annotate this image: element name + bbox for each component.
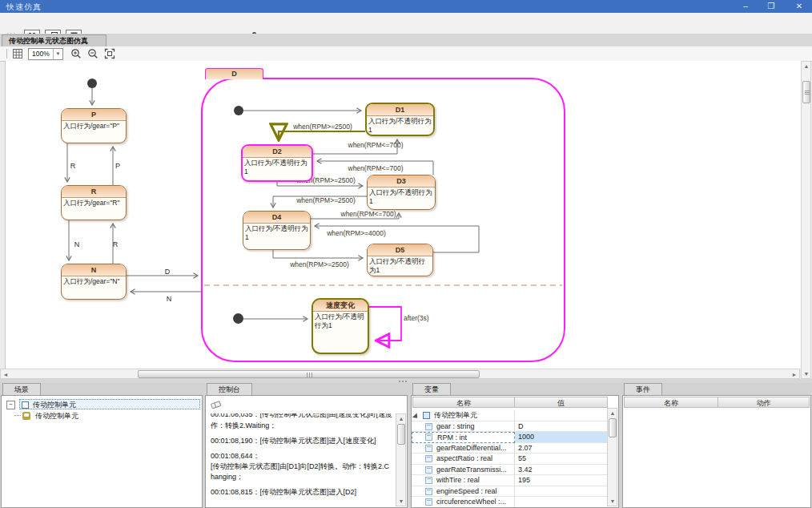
scene-panel: 场景 − 传动控制单元 传动控制单元 bbox=[1, 383, 203, 508]
scene-tree: − 传动控制单元 传动控制单元 bbox=[1, 395, 203, 508]
grid-icon bbox=[12, 53, 23, 61]
state-d-tab[interactable]: D bbox=[205, 68, 263, 79]
window-title: 快速仿真 bbox=[6, 2, 42, 13]
variable-group-row[interactable]: 传动控制单元 bbox=[412, 410, 608, 421]
main-toolbar: 动画速度 bbox=[0, 13, 812, 34]
vertical-scrollbar[interactable]: ▲ ▼ bbox=[801, 61, 811, 379]
clear-console-button[interactable] bbox=[210, 400, 222, 411]
tab-scene[interactable]: 场景 bbox=[2, 383, 41, 396]
scroll-up-icon[interactable]: ▲ bbox=[608, 409, 617, 417]
zoom-out-icon bbox=[87, 53, 98, 61]
transition-label: N bbox=[74, 240, 80, 248]
initial-state-dot bbox=[87, 79, 97, 88]
simulation-window: 快速仿真 – ❐ ✕ 动画速度 传动 bbox=[0, 0, 812, 508]
scroll-up-icon[interactable]: ▲ bbox=[396, 414, 406, 423]
firing-transition-self-loop bbox=[369, 307, 401, 341]
maximize-button[interactable]: ❐ bbox=[761, 0, 782, 13]
state-d5[interactable]: D5 入口行为/不透明行为1 bbox=[367, 244, 433, 276]
tab-state-diagram-simulation[interactable]: 传动控制单元状态图仿真 bbox=[2, 34, 107, 47]
state-r[interactable]: R 入口行为/gear="R" bbox=[61, 185, 127, 220]
transition-guard-label: when(RPM<=700) bbox=[340, 210, 396, 218]
scroll-down-icon[interactable]: ▼ bbox=[396, 497, 406, 506]
scene-child-label: 传动控制单元 bbox=[35, 411, 78, 421]
console-line: 00:01:08,644： bbox=[211, 451, 392, 462]
transition-label: P bbox=[115, 162, 120, 170]
transition-label: N bbox=[167, 295, 172, 303]
variable-row[interactable]: engineSpeed : real bbox=[412, 486, 608, 498]
scene-tree-child-row[interactable]: 传动控制单元 bbox=[5, 411, 200, 422]
zoom-level-select[interactable]: 100% ▼ bbox=[28, 48, 63, 60]
variable-row[interactable]: aspectRatio : real 55 bbox=[412, 454, 608, 465]
transition-guard-label: when(RPM>=4000) bbox=[326, 229, 386, 237]
variable-row-gear[interactable]: gear : string D bbox=[412, 421, 608, 433]
console-body: 00:01:08,035：[传动控制单元状态图]由[速度变化]向[速度变化]转换… bbox=[205, 395, 408, 508]
state-diagram-icon bbox=[22, 412, 30, 420]
tab-variables[interactable]: 变量 bbox=[412, 383, 451, 396]
initial-state-dot bbox=[234, 106, 243, 115]
console-line-clipped: 00:01:08,035：[传动控制单元状态图]由[速度变化]向[速度变化]转换… bbox=[211, 413, 392, 421]
variables-scrollbar[interactable]: ▲ ▼ bbox=[607, 408, 617, 506]
toolbar-separator bbox=[6, 49, 7, 58]
console-scrollbar[interactable]: ▲ ▼ bbox=[396, 413, 406, 506]
document-tab-strip: 传动控制单元状态图仿真 bbox=[0, 34, 812, 47]
state-d3[interactable]: D3 入口行为/不透明行为1 bbox=[367, 175, 436, 210]
state-d4[interactable]: D4 入口行为/不透明行为1 bbox=[243, 211, 311, 250]
canvas-toolbar: 100% ▼ bbox=[0, 46, 812, 62]
grid-toggle-button[interactable] bbox=[12, 48, 23, 61]
console-line: 00:01:08,190：[传动控制单元状态图]进入[速度变化] bbox=[211, 436, 392, 446]
zoom-out-button[interactable] bbox=[87, 48, 98, 61]
fit-to-window-button[interactable] bbox=[104, 48, 115, 61]
variable-group-label: 传动控制单元 bbox=[412, 410, 515, 421]
tab-console[interactable]: 控制台 bbox=[207, 383, 252, 396]
transition-guard-label: after(3s) bbox=[404, 314, 429, 322]
events-table: 名称 动作 bbox=[622, 395, 811, 508]
fit-screen-icon bbox=[104, 53, 115, 61]
tab-events[interactable]: 事件 bbox=[624, 383, 662, 396]
scene-root-selection[interactable]: 传动控制单元 bbox=[19, 399, 200, 409]
scroll-down-icon[interactable]: ▼ bbox=[608, 497, 617, 506]
variable-row[interactable]: circuferenceWheel :... bbox=[412, 497, 608, 508]
variable-row[interactable]: withTire : real 195 bbox=[412, 475, 608, 486]
variable-row-rpm[interactable]: RPM : int 1000 bbox=[412, 432, 608, 443]
variable-row[interactable]: gearRateDifferential... 2.07 bbox=[412, 443, 608, 454]
transition-label: D bbox=[165, 268, 171, 276]
tree-collapse-icon[interactable]: − bbox=[6, 401, 15, 409]
title-bar: 快速仿真 – ❐ ✕ bbox=[0, 0, 812, 13]
scroll-up-icon[interactable]: ▲ bbox=[802, 62, 811, 71]
state-speed-change[interactable]: 速度变化 入口行为/不透明行为1 bbox=[312, 298, 369, 354]
scene-tree-root-row[interactable]: − 传动控制单元 bbox=[5, 399, 200, 410]
zoom-in-icon bbox=[70, 53, 82, 61]
column-header-name[interactable]: 名称 bbox=[624, 397, 718, 408]
minimize-button[interactable]: – bbox=[735, 0, 756, 13]
transition-guard-label: when(RPM>=2500) bbox=[292, 123, 352, 131]
horizontal-scrollbar-thumb[interactable] bbox=[138, 370, 480, 378]
diagram-canvas[interactable]: D bbox=[5, 61, 801, 369]
console-scrollbar-thumb[interactable] bbox=[397, 424, 405, 445]
scroll-down-icon[interactable]: ▼ bbox=[802, 369, 811, 378]
scroll-right-icon[interactable]: ► bbox=[790, 370, 799, 379]
column-header-action[interactable]: 动作 bbox=[718, 397, 810, 408]
console-log[interactable]: 00:01:08,035：[传动控制单元状态图]由[速度变化]向[速度变化]转换… bbox=[211, 413, 392, 506]
console-line: [传动控制单元状态图]由[D1]向[D2]转换。动作：转换2.C bbox=[211, 462, 392, 472]
variable-row[interactable]: gearRateTransmissi... 3.42 bbox=[412, 465, 608, 476]
state-p[interactable]: P 入口行为/gear="P" bbox=[61, 108, 127, 143]
zoom-in-button[interactable] bbox=[70, 48, 82, 61]
transition-label: R bbox=[113, 240, 119, 248]
events-panel: 事件 名称 动作 bbox=[622, 383, 811, 508]
console-line: 作：转换2.Waiting； bbox=[211, 421, 392, 431]
vertical-scrollbar-thumb[interactable] bbox=[802, 81, 810, 103]
column-header-value[interactable]: 值 bbox=[514, 397, 608, 408]
horizontal-scrollbar[interactable]: ◄ ► bbox=[0, 369, 800, 379]
console-line: hanging； bbox=[211, 472, 392, 482]
transition-guard-label: when(RPM<=700) bbox=[348, 164, 404, 172]
scroll-left-icon[interactable]: ◄ bbox=[1, 370, 10, 379]
close-button[interactable]: ✕ bbox=[789, 0, 810, 13]
state-d1[interactable]: D1 入口行为/不透明行为1 bbox=[365, 103, 435, 136]
column-header-name[interactable]: 名称 bbox=[412, 397, 515, 408]
model-icon bbox=[22, 401, 29, 409]
transition-guard-label: when(RPM>=2500) bbox=[295, 196, 356, 204]
console-panel: 控制台 00:01:08,035：[传动控制单元状态图]由[速度变化]向[速度变… bbox=[205, 383, 408, 508]
state-n[interactable]: N 入口行为/gear="N" bbox=[61, 264, 127, 300]
state-d2[interactable]: D2 入口行为/不透明行为1 bbox=[241, 144, 313, 182]
variables-scrollbar-thumb[interactable] bbox=[609, 418, 617, 437]
